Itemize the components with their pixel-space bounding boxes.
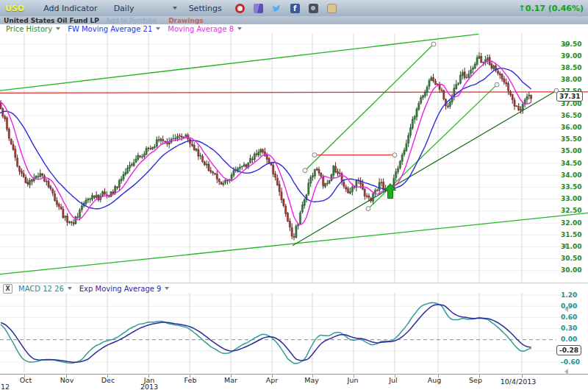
axis-tick-label: Feb	[184, 376, 197, 384]
axis-tick-label: Jun	[348, 376, 359, 384]
x-axis-tick	[231, 375, 232, 377]
axis-tick-label: Nov	[60, 376, 74, 384]
axis-tick-label: 32.50	[561, 207, 581, 214]
x-axis-tick	[148, 375, 149, 377]
axis-tick-label: 38.00	[561, 76, 581, 83]
ma21-menu[interactable]: FW Moving Average 21	[68, 25, 152, 33]
ma8-line	[0, 60, 531, 224]
price-history-menu[interactable]: Price History	[6, 25, 52, 33]
x-axis-tick	[272, 375, 273, 377]
x-axis-tick	[312, 375, 313, 377]
axis-tick-label: 33.00	[561, 195, 581, 202]
axis-tick-label: 12	[1, 383, 10, 390]
alerts-icon[interactable]	[235, 4, 245, 13]
candles-up	[29, 56, 530, 237]
add-to-portfolio-link[interactable]: Add to Portfolio	[106, 17, 157, 24]
axis-tick-label: 33.50	[561, 183, 581, 191]
up-arrow-icon: ↑	[519, 4, 526, 13]
axis-marker-icon[interactable]	[564, 369, 568, 375]
axis-tick-label: 0.30	[561, 325, 577, 332]
cube-app-icon[interactable]	[254, 4, 263, 13]
drawing-handle[interactable]	[495, 82, 499, 87]
axis-tick-label: 30.00	[561, 266, 581, 274]
axis-tick-label: Sep	[469, 376, 482, 384]
drawing-handle[interactable]	[303, 169, 307, 173]
share-hand-icon[interactable]	[327, 4, 337, 13]
axis-tick-label: Aug	[428, 376, 442, 384]
axis-tick-label: 34.00	[561, 171, 581, 179]
x-axis-tick	[66, 375, 67, 377]
chevron-down-icon[interactable]	[156, 27, 160, 30]
trendline-drawing[interactable]	[0, 213, 588, 274]
ma21-line	[0, 68, 531, 209]
axis-tick-label: 32.00	[561, 219, 581, 227]
axis-tick-label: 10/4/2013	[501, 377, 537, 386]
axis-tick-label: 2013	[140, 383, 158, 390]
axis-tick-label: 35.50	[561, 135, 581, 143]
x-axis-tick	[395, 375, 395, 377]
macd-chart-canvas[interactable]	[0, 293, 588, 375]
drawing-handle[interactable]	[312, 153, 317, 157]
drawings-menu[interactable]: Drawings	[168, 17, 204, 24]
panel-separator	[0, 283, 588, 283]
axis-tick-label: 34.50	[561, 160, 581, 167]
axis-tick-label: 35.00	[561, 147, 581, 155]
drawing-handle[interactable]	[366, 207, 370, 211]
drawing-handle[interactable]	[431, 42, 436, 46]
trendline-drawing[interactable]	[293, 91, 556, 246]
x-axis-tick	[479, 375, 480, 377]
chevron-down-icon[interactable]	[237, 27, 242, 30]
price-chart-canvas[interactable]	[0, 33, 588, 283]
chevron-down-icon[interactable]	[165, 287, 169, 290]
x-axis-tick	[190, 375, 190, 377]
drawing-handle[interactable]	[392, 153, 397, 157]
last-price-label: 37.31	[556, 91, 583, 102]
settings-button[interactable]: Settings	[189, 4, 222, 13]
macd-value-label: -0.28	[556, 345, 581, 355]
axis-tick-label: 31.00	[561, 243, 581, 250]
axis-tick-label: 36.00	[561, 124, 581, 131]
quote-change: ↑0.17 (0.46%)	[519, 4, 584, 13]
company-name: United States Oil Fund LP	[4, 17, 99, 24]
axis-tick-label: 39.00	[561, 52, 581, 60]
ma8-menu[interactable]: Moving Average 8	[168, 25, 234, 33]
axis-tick-label: 39.50	[561, 40, 581, 48]
axis-tick-label: 1.20	[561, 291, 577, 299]
macd-menu[interactable]: MACD 12 26	[18, 285, 64, 293]
x-axis-tick	[107, 375, 108, 377]
axis-tick-label: Oct	[20, 376, 32, 384]
timeframe-select[interactable]: Daily	[114, 4, 167, 13]
axis-tick-label: Jul	[389, 376, 397, 384]
axis-tick-label: 31.50	[561, 231, 581, 238]
chevron-down-icon[interactable]	[68, 287, 72, 290]
charting-app: USO Add Indicator Daily Settings f ↑0.17…	[0, 0, 588, 390]
main-toolbar: USO Add Indicator Daily Settings f ↑0.17…	[0, 0, 588, 17]
signal-menu[interactable]: Exp Moving Average 9	[79, 285, 162, 293]
x-axis-tick	[438, 375, 439, 377]
axis-tick-label: 30.50	[561, 255, 581, 262]
axis-tick-label: -0.60	[561, 358, 580, 366]
snapshot-camera-icon[interactable]	[309, 4, 318, 13]
x-axis-tick	[354, 375, 354, 377]
twitter-icon[interactable]	[272, 4, 282, 13]
axis-tick-label: 36.50	[561, 112, 581, 119]
trendline-drawing[interactable]	[0, 34, 478, 91]
x-axis-tick	[522, 375, 523, 377]
add-indicator-button[interactable]: Add Indicator	[43, 4, 97, 13]
axis-tick-label: May	[304, 376, 319, 384]
x-axis-line	[0, 374, 588, 375]
symbol-label: USO	[5, 4, 24, 13]
facebook-icon[interactable]: f	[290, 4, 300, 13]
timeframe-caret-icon[interactable]	[173, 7, 177, 10]
signal-line	[1, 305, 531, 362]
x-axis-tick	[24, 375, 25, 377]
chevron-down-icon[interactable]	[56, 27, 60, 30]
axis-tick-label: 0.60	[561, 313, 577, 321]
axis-tick-label: 0.90	[561, 302, 577, 310]
axis-tick-label: Dec	[101, 376, 115, 384]
axis-tick-label: 38.50	[561, 64, 581, 71]
axis-tick-label: 0.00	[561, 336, 577, 343]
